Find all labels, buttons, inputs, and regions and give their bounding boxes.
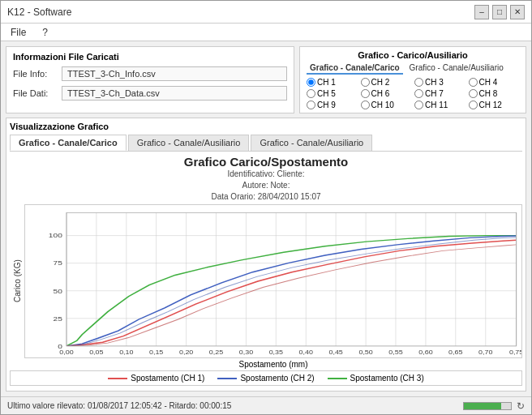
file-info-row: File Info: TTEST_3-Ch_Info.csv [13, 66, 287, 81]
refresh-icon[interactable]: ↻ [517, 400, 525, 412]
svg-text:0,35: 0,35 [269, 349, 284, 356]
radio-channel-label-4: CH 4 [479, 78, 498, 87]
window-title: K12 - Software [7, 6, 71, 18]
main-content: Informazioni File Caricati File Info: TT… [1, 41, 531, 396]
svg-text:0,70: 0,70 [478, 349, 493, 356]
menu-help[interactable]: ? [39, 26, 51, 39]
chart-body: Carico (KG) [10, 204, 522, 358]
svg-text:0,25: 0,25 [209, 349, 224, 356]
y-axis-label: Carico (KG) [10, 204, 24, 358]
status-progress-fill [464, 403, 501, 409]
top-area: Informazioni File Caricati File Info: TT… [6, 46, 526, 113]
svg-text:0,55: 0,55 [388, 349, 403, 356]
radio-channel-6[interactable]: CH 6 [361, 89, 412, 98]
chart-meta-line3: Data Orario: 28/04/2010 15:07 [10, 191, 522, 203]
legend-label-2: Spostamento (CH 3) [350, 374, 424, 383]
legend-item-2: Spostamento (CH 3) [328, 374, 424, 383]
svg-text:0,20: 0,20 [179, 349, 194, 356]
radio-channel-5[interactable]: CH 5 [307, 89, 358, 98]
radio-channel-label-11: CH 11 [425, 101, 448, 109]
svg-text:50: 50 [54, 288, 62, 294]
svg-text:0: 0 [58, 343, 62, 349]
radio-channel-10[interactable]: CH 10 [361, 101, 412, 109]
radio-channel-7[interactable]: CH 7 [414, 89, 466, 98]
file-info-group-label: Informazioni File Caricati [13, 52, 287, 62]
radio-channel-11[interactable]: CH 11 [414, 101, 466, 109]
chart-meta-line1: Identificativo: Cliente: [10, 169, 522, 180]
legend-item-1: Spostamento (CH 2) [217, 374, 314, 383]
svg-text:0,05: 0,05 [89, 349, 104, 356]
radio-tab-carico[interactable]: Grafico - Canale/Carico [307, 62, 403, 75]
status-bar: Ultimo valore rilevato: 01/08/2017 12:05… [1, 396, 531, 414]
title-bar: K12 - Software – □ ✕ [1, 1, 531, 24]
radio-panel: Grafico - Carico/Ausiliario Grafico - Ca… [299, 46, 526, 113]
svg-rect-0 [66, 212, 517, 346]
radio-channel-8[interactable]: CH 8 [469, 89, 520, 98]
legend-label-0: Spostamento (CH 1) [131, 374, 204, 383]
status-progress-bar [463, 402, 512, 410]
chart-area: 0 25 50 75 100 0,00 0,05 0,10 0,15 0,20 … [24, 204, 522, 358]
radio-channel-1[interactable]: CH 1 [307, 78, 358, 87]
main-window: K12 - Software – □ ✕ File ? Informazioni… [0, 0, 532, 415]
radio-channel-label-7: CH 7 [425, 89, 444, 98]
viz-tab-0[interactable]: Grafico - Canale/Carico [10, 135, 127, 151]
menu-file[interactable]: File [7, 26, 29, 39]
menu-bar: File ? [1, 24, 531, 41]
minimize-button[interactable]: – [474, 5, 489, 19]
svg-text:0,30: 0,30 [239, 349, 254, 356]
chart-svg: 0 25 50 75 100 0,00 0,05 0,10 0,15 0,20 … [25, 205, 521, 357]
legend-item-0: Spostamento (CH 1) [108, 374, 204, 383]
radio-channel-9[interactable]: CH 9 [307, 101, 358, 109]
svg-text:100: 100 [49, 233, 62, 239]
radio-channel-label-5: CH 5 [317, 89, 336, 98]
svg-text:0,10: 0,10 [119, 349, 134, 356]
viz-tab-2[interactable]: Grafico - Canale/Ausiliario [251, 135, 372, 151]
radio-panel-subtitle: Grafico - Canale/Carico Grafico - Canale… [307, 62, 519, 75]
status-text: Ultimo valore rilevato: 01/08/2017 12:05… [7, 401, 231, 410]
chart-title: Grafico Carico/Spostamento [10, 155, 522, 169]
svg-text:0,00: 0,00 [59, 349, 74, 356]
radio-channel-label-1: CH 1 [317, 78, 336, 87]
chart-meta-line2: Autore: Note: [10, 180, 522, 191]
radio-tab-ausiliario[interactable]: Grafico - Canale/Ausiliario [406, 62, 507, 75]
chart-title-area: Grafico Carico/Spostamento Identificativ… [10, 155, 522, 203]
radio-channel-label-9: CH 9 [317, 101, 336, 109]
file-info-value: TTEST_3-Ch_Info.csv [62, 66, 287, 81]
radio-grid: CH 1CH 2CH 3CH 4CH 5CH 6CH 7CH 8CH 9CH 1… [307, 78, 519, 109]
svg-text:0,40: 0,40 [299, 349, 314, 356]
file-dati-row: File Dati: TTEST_3-Ch_Data.csv [13, 86, 287, 101]
svg-text:25: 25 [54, 315, 62, 322]
radio-channel-label-2: CH 2 [371, 78, 390, 87]
close-button[interactable]: ✕ [510, 5, 525, 19]
radio-channel-label-12: CH 12 [479, 101, 502, 109]
file-dati-label: File Dati: [13, 88, 62, 98]
radio-panel-title: Grafico - Carico/Ausiliario [307, 50, 519, 60]
radio-channel-label-10: CH 10 [371, 101, 394, 109]
file-dati-value: TTEST_3-Ch_Data.csv [62, 86, 287, 101]
legend-label-1: Spostamento (CH 2) [240, 374, 314, 383]
svg-text:0,75: 0,75 [509, 349, 521, 356]
viz-tab-1[interactable]: Grafico - Canale/Ausiliario [128, 135, 250, 151]
status-right: ↻ [463, 400, 525, 412]
radio-channel-12[interactable]: CH 12 [469, 101, 520, 109]
chart-container: Grafico Carico/Spostamento Identificativ… [10, 155, 522, 387]
chart-legend: Spostamento (CH 1)Spostamento (CH 2)Spos… [10, 370, 522, 386]
maximize-button[interactable]: □ [492, 5, 507, 19]
radio-channel-label-8: CH 8 [479, 89, 498, 98]
svg-text:0,45: 0,45 [328, 349, 343, 356]
radio-channel-4[interactable]: CH 4 [469, 78, 520, 87]
file-info-box: Informazioni File Caricati File Info: TT… [6, 46, 294, 113]
svg-text:75: 75 [54, 260, 62, 267]
viz-tabs: Grafico - Canale/CaricoGrafico - Canale/… [10, 135, 522, 152]
svg-text:0,50: 0,50 [358, 349, 373, 356]
svg-text:0,65: 0,65 [448, 349, 463, 356]
radio-channel-3[interactable]: CH 3 [414, 78, 466, 87]
radio-channel-label-6: CH 6 [371, 89, 390, 98]
viz-section: Visualizzazione Grafico Grafico - Canale… [6, 118, 526, 391]
svg-rect-43 [66, 212, 517, 346]
radio-channel-label-3: CH 3 [425, 78, 444, 87]
svg-text:0,15: 0,15 [149, 349, 164, 356]
radio-channel-2[interactable]: CH 2 [361, 78, 412, 87]
window-controls: – □ ✕ [474, 5, 525, 19]
viz-label: Visualizzazione Grafico [10, 122, 522, 131]
